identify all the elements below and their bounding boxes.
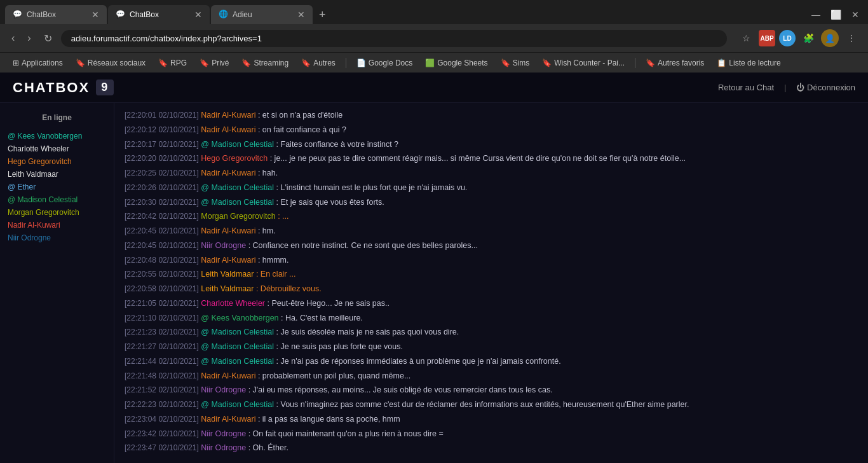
bookmark-icon[interactable]: ☆	[737, 29, 755, 47]
maximize-button[interactable]: ⬜	[827, 7, 845, 22]
bookmark-autres[interactable]: 🔖 Autres	[296, 57, 341, 69]
tab-close-3[interactable]: ✕	[297, 10, 305, 19]
back-button[interactable]: ‹	[8, 30, 18, 46]
sidebar-user-charlotte[interactable]: Charlotte Wheeler	[0, 142, 114, 155]
bookmark-autres-favoris[interactable]: 🔖 Autres favoris	[641, 57, 709, 69]
logout-link[interactable]: ⏻ Déconnexion	[796, 83, 855, 92]
minimize-button[interactable]: —	[808, 7, 824, 22]
app-container: CHATBOX 9 Retour au Chat | ⏻ Déconnexion…	[0, 73, 868, 463]
tab-bar-right: — ⬜ ✕	[808, 7, 863, 22]
tab-1[interactable]: 💬 ChatBox ✕	[5, 5, 107, 24]
sidebar-user-ether[interactable]: @ Ether	[0, 181, 114, 193]
chat-message-12: [22:20:58 02/10/2021] Leith Valdmaar : D…	[125, 282, 858, 296]
bookmark-streaming[interactable]: 🔖 Streaming	[236, 57, 294, 69]
wish-icon: 🔖	[542, 59, 552, 67]
bookmarks-bar: ⊞ Applications 🔖 Réseaux sociaux 🔖 RPG 🔖…	[0, 52, 868, 73]
menu-icon[interactable]: ⋮	[843, 29, 860, 47]
chatbox-badge: 9	[96, 79, 114, 95]
bookmark-label: Google Docs	[369, 59, 412, 67]
bookmark-liste-lecture[interactable]: 📋 Liste de lecture	[712, 57, 785, 69]
browser-chrome: 💬 ChatBox ✕ 💬 ChatBox ✕ 🌐 Adieu ✕ + — ⬜ …	[0, 0, 868, 73]
bookmark-label: Liste de lecture	[729, 59, 780, 67]
chat-message-20: [22:22:23 02/10/2021] @ Madison Celestia…	[125, 397, 858, 412]
chat-message-19: [22:21:52 02/10/2021] Niir Odrogne : J'a…	[125, 383, 858, 397]
gsheets-icon: 🟩	[425, 59, 435, 67]
tab-favicon-1: 💬	[13, 10, 23, 20]
toolbar-right: ☆ ABP LD 🧩 👤 ⋮	[737, 29, 860, 47]
close-browser-button[interactable]: ✕	[848, 7, 863, 22]
chat-message-11: [22:20:55 02/10/2021] Leith Valdmaar : E…	[125, 267, 858, 282]
folder-icon-2: 🔖	[158, 59, 168, 67]
sidebar-user-leith[interactable]: Leith Valdmaar	[0, 168, 114, 181]
header-actions: Retour au Chat | ⏻ Déconnexion	[718, 83, 855, 92]
chat-message-17: [22:21:44 02/10/2021] @ Madison Celestia…	[125, 354, 858, 369]
chat-message-9: [22:20:45 02/10/2021] Niir Odrogne : Con…	[125, 238, 858, 253]
chat-message-5: [22:20:26 02/10/2021] @ Madison Celestia…	[125, 181, 858, 195]
bookmark-label: RPG	[170, 59, 187, 67]
refresh-button[interactable]: ↻	[40, 30, 56, 47]
liste-icon: 📋	[717, 59, 726, 67]
chat-area[interactable]: [22:20:01 02/10/2021] Nadir Al-Kuwari : …	[114, 103, 868, 463]
bookmark-label: Autres	[313, 59, 336, 67]
bookmark-gsheets[interactable]: 🟩 Google Sheets	[420, 57, 492, 69]
bookmark-label: Wish Counter - Pai...	[554, 59, 625, 67]
chatbox-title: CHATBOX	[13, 79, 90, 96]
address-bar: ‹ › ↻ ☆ ABP LD 🧩 👤 ⋮	[0, 24, 868, 52]
tab-title-1: ChatBox	[27, 10, 86, 19]
tab-close-1[interactable]: ✕	[92, 10, 99, 19]
new-tab-button[interactable]: +	[314, 8, 331, 22]
bookmark-gdocs[interactable]: 📄 Google Docs	[351, 57, 417, 69]
chat-message-14: [22:21:10 02/10/2021] @ Kees Vanobbergen…	[125, 311, 858, 326]
chat-message-8: [22:20:45 02/10/2021] Nadir Al-Kuwari : …	[125, 224, 858, 238]
bookmark-label: Réseaux sociaux	[88, 59, 146, 67]
chat-message-22: [22:23:42 02/10/2021] Niir Odrogne : On …	[125, 427, 858, 441]
chat-message-21: [22:23:04 02/10/2021] Nadir Al-Kuwari : …	[125, 412, 858, 427]
tab-3[interactable]: 🌐 Adieu ✕	[211, 5, 313, 24]
folder-icon-1: 🔖	[76, 59, 85, 67]
forward-button[interactable]: ›	[24, 30, 34, 46]
gdocs-icon: 📄	[356, 59, 366, 67]
sidebar: En ligne @ Kees Vanobbergen Charlotte Wh…	[0, 103, 114, 463]
sidebar-user-morgan[interactable]: Morgan Gregorovitch	[0, 206, 114, 219]
chat-message-4: [22:20:25 02/10/2021] Nadir Al-Kuwari : …	[125, 166, 858, 181]
bookmark-reseaux[interactable]: 🔖 Réseaux sociaux	[71, 57, 151, 69]
bookmark-wish[interactable]: 🔖 Wish Counter - Pai...	[537, 57, 630, 69]
bookmark-sep-2	[635, 58, 635, 68]
chat-message-1: [22:20:12 02/10/2021] Nadir Al-Kuwari : …	[125, 123, 858, 137]
header-separator: |	[784, 83, 786, 92]
tab-title-3: Adieu	[233, 10, 292, 19]
bookmark-applications[interactable]: ⊞ Applications	[8, 57, 68, 69]
profile-icon[interactable]: 👤	[821, 29, 839, 47]
tab-favicon-2: 💬	[116, 10, 126, 20]
back-to-chat-link[interactable]: Retour au Chat	[718, 83, 774, 92]
bookmark-label: Autres favoris	[658, 59, 704, 67]
sidebar-user-nadir[interactable]: Nadir Al-Kuwari	[0, 219, 114, 232]
folder-icon-5: 🔖	[301, 59, 311, 67]
sidebar-title: En ligne	[0, 111, 114, 130]
sidebar-user-kees[interactable]: @ Kees Vanobbergen	[0, 130, 114, 142]
address-input[interactable]	[61, 30, 727, 47]
chat-message-15: [22:21:23 02/10/2021] @ Madison Celestia…	[125, 325, 858, 340]
extensions-icon[interactable]: 🧩	[799, 29, 817, 47]
sidebar-user-hego[interactable]: Hego Gregorovitch	[0, 155, 114, 168]
folder-icon-3: 🔖	[200, 59, 209, 67]
tab-close-2[interactable]: ✕	[194, 10, 202, 19]
tab-title-2: ChatBox	[130, 10, 189, 19]
bookmark-prive[interactable]: 🔖 Privé	[194, 57, 234, 69]
app-title: CHATBOX 9	[13, 79, 114, 96]
folder-icon-4: 🔖	[241, 59, 251, 67]
apps-icon: ⊞	[13, 59, 19, 67]
sidebar-user-madison[interactable]: @ Madison Celestial	[0, 193, 114, 206]
tab-favicon-3: 🌐	[219, 10, 229, 20]
abp-icon[interactable]: ABP	[759, 30, 775, 46]
ld-icon[interactable]: LD	[779, 30, 796, 46]
logout-icon: ⏻	[796, 83, 807, 92]
bookmark-label: Streaming	[254, 59, 288, 67]
sidebar-user-niir[interactable]: Niir Odrogne	[0, 232, 114, 244]
chat-message-16: [22:21:27 02/10/2021] @ Madison Celestia…	[125, 340, 858, 354]
bookmark-sims[interactable]: 🔖 Sims	[496, 57, 535, 69]
chat-message-6: [22:20:30 02/10/2021] @ Madison Celestia…	[125, 195, 858, 210]
bookmark-rpg[interactable]: 🔖 RPG	[153, 57, 192, 69]
chat-message-2: [22:20:17 02/10/2021] @ Madison Celestia…	[125, 137, 858, 152]
tab-2[interactable]: 💬 ChatBox ✕	[108, 5, 210, 24]
